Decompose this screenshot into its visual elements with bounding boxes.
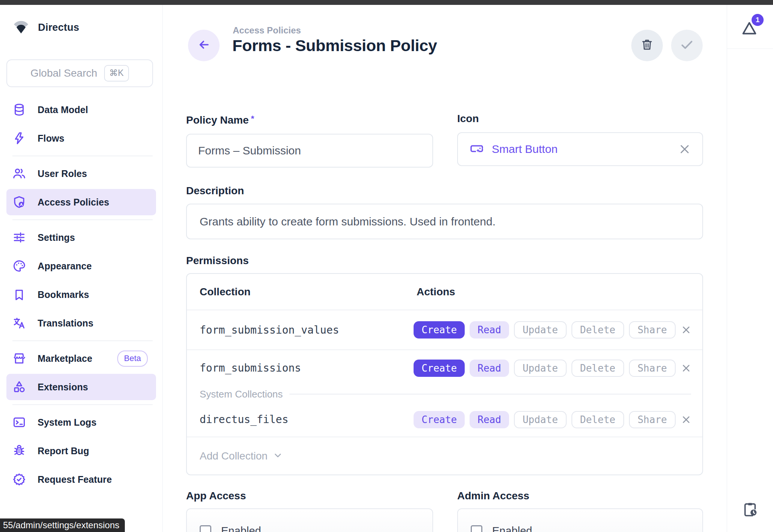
sidebar-item-appearance[interactable]: Appearance <box>6 253 156 279</box>
add-collection-button[interactable]: Add Collection <box>187 437 702 475</box>
delete-permission-chip[interactable]: Delete <box>571 360 624 377</box>
admin-access-field: Admin Access Enabled <box>457 490 703 532</box>
sidebar-divider <box>12 404 153 405</box>
sidebar-item-label: Translations <box>38 318 93 329</box>
permissions-label: Permissions <box>186 255 703 266</box>
read-permission-chip[interactable]: Read <box>470 360 509 377</box>
sidebar-item-label: Data Model <box>38 104 88 115</box>
icon-label: Icon <box>457 113 703 124</box>
add-collection-label: Add Collection <box>200 450 268 462</box>
icon-value-text: Smart Button <box>492 143 558 156</box>
notification-count-badge: 1 <box>752 14 764 26</box>
sidebar-item-request-feature[interactable]: Request Feature <box>6 466 156 493</box>
sidebar-item-flows[interactable]: Flows <box>6 125 156 151</box>
back-button[interactable] <box>188 30 220 61</box>
permissions-table-header: Collection Actions <box>187 274 702 310</box>
update-permission-chip[interactable]: Update <box>514 411 567 428</box>
save-button[interactable] <box>671 30 703 61</box>
sidebar-item-label: Extensions <box>38 382 88 393</box>
notifications-button[interactable]: 1 <box>741 18 759 36</box>
beta-badge: Beta <box>117 351 148 367</box>
check-icon <box>679 37 694 54</box>
sidebar-item-marketplace[interactable]: Marketplace Beta <box>6 345 156 372</box>
sidebar-item-label: Marketplace <box>38 353 92 364</box>
activity-button[interactable] <box>727 501 773 519</box>
create-permission-chip[interactable]: Create <box>414 411 465 428</box>
app-access-checkbox-label: Enabled <box>221 525 261 532</box>
delete-permission-chip[interactable]: Delete <box>571 321 624 339</box>
delete-button[interactable] <box>631 30 663 61</box>
remove-row-button[interactable] <box>681 324 692 336</box>
users-icon <box>12 167 26 180</box>
sidebar-item-label: Access Policies <box>38 197 109 208</box>
app-access-box: Enabled <box>186 508 433 532</box>
global-search-input[interactable]: Global Search ⌘K <box>6 59 153 87</box>
collection-column-header: Collection <box>187 286 417 298</box>
sidebar-item-translations[interactable]: Translations <box>6 310 156 336</box>
search-placeholder: Global Search <box>30 67 97 79</box>
description-field: Description Grants ability to create for… <box>186 185 703 239</box>
category-icon <box>12 380 26 394</box>
translate-icon <box>12 316 26 330</box>
permissions-table: Collection Actions form_submission_value… <box>186 273 703 475</box>
seal-check-icon <box>12 473 26 486</box>
update-permission-chip[interactable]: Update <box>514 321 567 339</box>
sidebar-item-label: Report Bug <box>38 446 89 456</box>
share-permission-chip[interactable]: Share <box>629 321 676 339</box>
admin-access-checkbox-label: Enabled <box>492 525 532 532</box>
read-permission-chip[interactable]: Read <box>470 411 509 428</box>
brand-name: Directus <box>38 22 79 33</box>
admin-access-box: Enabled <box>457 508 703 532</box>
system-collections-divider: System Collections <box>187 386 702 402</box>
remove-row-button[interactable] <box>681 363 692 374</box>
bookmark-icon <box>12 288 26 301</box>
sidebar-item-label: System Logs <box>38 417 97 428</box>
right-sidebar: 1 <box>727 5 773 532</box>
create-permission-chip[interactable]: Create <box>414 321 465 339</box>
delete-permission-chip[interactable]: Delete <box>571 411 624 428</box>
remove-row-button[interactable] <box>681 414 692 425</box>
permission-row: directus_files Create Read Update Delete… <box>187 402 702 437</box>
sidebar-item-report-bug[interactable]: Report Bug <box>6 438 156 464</box>
description-label: Description <box>186 185 703 196</box>
shield-user-icon <box>12 195 26 209</box>
admin-access-checkbox[interactable] <box>471 525 482 532</box>
sidebar-item-system-logs[interactable]: System Logs <box>6 409 156 435</box>
sidebar-item-label: User Roles <box>38 168 87 179</box>
page-header: Access Policies Forms - Submission Polic… <box>163 5 727 61</box>
sidebar-item-bookmarks[interactable]: Bookmarks <box>6 281 156 308</box>
terminal-icon <box>12 416 26 429</box>
sidebar-item-data-model[interactable]: Data Model <box>6 97 156 123</box>
divider-line <box>289 394 691 394</box>
policy-name-input[interactable] <box>198 144 421 157</box>
app-access-checkbox[interactable] <box>200 525 211 532</box>
trash-icon <box>640 38 654 53</box>
read-permission-chip[interactable]: Read <box>470 321 509 339</box>
chevron-down-icon <box>272 450 283 462</box>
sidebar-item-access-policies[interactable]: Access Policies <box>6 189 156 215</box>
tune-icon <box>12 231 26 244</box>
sidebar-item-settings[interactable]: Settings <box>6 224 156 251</box>
admin-access-label: Admin Access <box>457 490 703 502</box>
policy-name-label: Policy Name* <box>186 113 433 126</box>
sidebar-item-extensions[interactable]: Extensions <box>6 374 156 400</box>
collection-name: form_submissions <box>187 362 414 374</box>
window-top-bar <box>0 0 773 5</box>
sidebar-item-user-roles[interactable]: User Roles <box>6 160 156 187</box>
sidebar-divider <box>12 340 153 341</box>
share-permission-chip[interactable]: Share <box>629 411 676 428</box>
create-permission-chip[interactable]: Create <box>414 360 465 377</box>
clear-icon-button[interactable] <box>678 143 691 156</box>
arrow-left-icon <box>197 38 211 53</box>
update-permission-chip[interactable]: Update <box>514 360 567 377</box>
search-shortcut-badge: ⌘K <box>104 65 129 82</box>
permission-row: form_submissions Create Read Update Dele… <box>187 350 702 386</box>
icon-select[interactable]: Smart Button <box>457 132 703 166</box>
smart-button-icon <box>469 141 484 158</box>
page-title: Forms - Submission Policy <box>232 36 437 55</box>
share-permission-chip[interactable]: Share <box>629 360 676 377</box>
description-input[interactable]: Grants ability to create form submission… <box>186 204 703 239</box>
app-access-label: App Access <box>186 490 433 502</box>
sidebar-item-label: Settings <box>38 232 75 243</box>
breadcrumb[interactable]: Access Policies <box>233 25 301 36</box>
